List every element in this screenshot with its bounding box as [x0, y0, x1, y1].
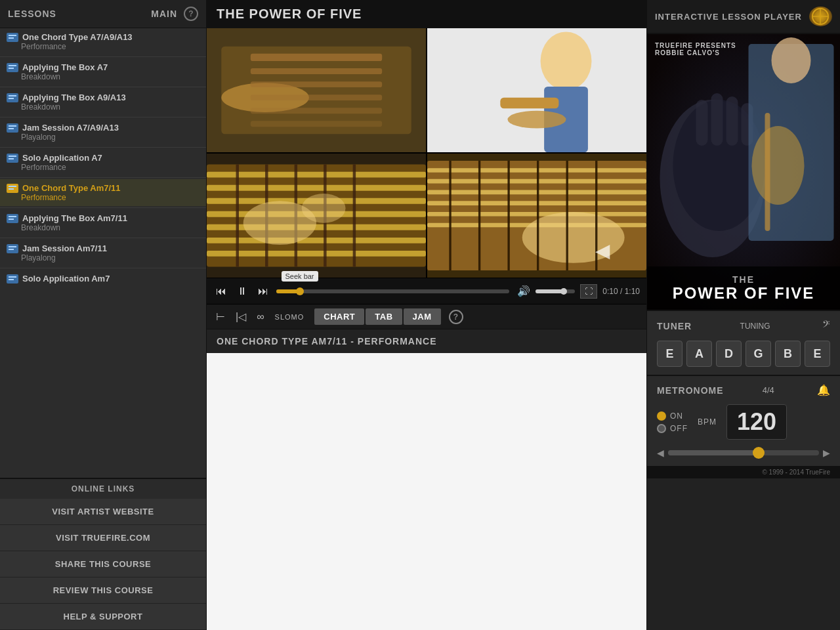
svg-rect-40	[478, 161, 480, 270]
time-signature: 4/4	[763, 385, 774, 395]
list-item[interactable]: Jam Session Am7/11 Playalong	[0, 240, 206, 266]
step-forward-button[interactable]: |◁	[233, 309, 249, 324]
list-item[interactable]: Applying The Box Am7/11 Breakdown	[0, 209, 206, 236]
list-item-active[interactable]: One Chord Type Am7/11 Performance	[0, 179, 206, 206]
visit-artist-button[interactable]: VISIT ARTIST WEBSITE	[0, 499, 206, 525]
lesson-subtitle: Breakdown	[7, 223, 198, 235]
bell-icon: 🔔	[817, 384, 830, 396]
bpm-label: BPM	[698, 417, 717, 427]
center-panel: THE POWER OF FIVE	[207, 0, 646, 630]
rewind-button[interactable]: ⏮	[213, 284, 229, 299]
string-d[interactable]: D	[716, 341, 742, 367]
seek-bar-container[interactable]: Seek bar	[276, 285, 509, 298]
left-sidebar: LESSONS MAIN ? One Chord Type A7/A9/A13 …	[0, 0, 207, 630]
svg-rect-6	[251, 94, 382, 100]
lesson-title[interactable]: Applying The Box A7	[7, 62, 198, 72]
jam-tab[interactable]: JAM	[404, 308, 441, 325]
help-support-button[interactable]: HELP & SUPPORT	[0, 604, 206, 630]
lesson-title[interactable]: One Chord Type A7/A9/A13	[7, 32, 198, 42]
lesson-title[interactable]: Solo Application A7	[7, 153, 198, 163]
share-course-button[interactable]: SHARE THIS COURSE	[0, 551, 206, 578]
svg-rect-3	[251, 54, 382, 61]
off-radio-item[interactable]: OFF	[657, 424, 688, 433]
step-back-button[interactable]: ⊢	[213, 309, 228, 324]
bpm-slider-container[interactable]: ◀ ▶	[657, 448, 830, 458]
volume-thumb[interactable]	[560, 288, 567, 295]
metronome-controls: ON OFF BPM 120	[657, 404, 830, 440]
svg-point-57	[772, 37, 811, 83]
lesson-icon	[7, 244, 18, 253]
lesson-title-active[interactable]: One Chord Type Am7/11	[7, 183, 198, 193]
lesson-icon	[7, 93, 18, 102]
svg-rect-42	[537, 161, 539, 270]
tab-tab[interactable]: TAB	[366, 308, 402, 325]
slider-left-arrow[interactable]: ◀	[657, 448, 664, 458]
video-container[interactable]	[207, 28, 646, 278]
cover-text: TRUEFIRE PRESENTS ROBBIE CALVO'S	[655, 42, 736, 56]
sidebar-header: LESSONS MAIN ?	[0, 0, 206, 28]
svg-rect-16	[207, 172, 426, 178]
volume-button[interactable]: 🔊	[514, 284, 533, 299]
list-item[interactable]: Applying The Box A7 Breakdown	[0, 58, 206, 85]
tuner-strings: E A D G B E	[657, 341, 830, 367]
visit-truefire-button[interactable]: VISIT TRUEFIRE.COM	[0, 525, 206, 551]
svg-rect-9	[427, 28, 646, 152]
bpm-slider-thumb[interactable]	[753, 447, 765, 459]
video-cell-bottomright	[427, 154, 646, 278]
on-radio-item[interactable]: ON	[657, 411, 688, 421]
off-radio-label: OFF	[670, 424, 688, 433]
loop-button[interactable]: ∞	[254, 310, 266, 324]
video-cell-topright	[427, 28, 646, 152]
string-g[interactable]: G	[746, 341, 771, 367]
forward-button[interactable]: ⏭	[255, 284, 271, 299]
on-radio-dot[interactable]	[657, 411, 666, 421]
volume-track[interactable]	[536, 289, 575, 293]
off-radio-dot[interactable]	[657, 424, 666, 433]
cover-title-the: THE	[654, 274, 833, 285]
review-course-button[interactable]: REVIEW THIS COURSE	[0, 578, 206, 604]
svg-rect-12	[500, 98, 558, 109]
help-button[interactable]: ?	[184, 7, 198, 21]
seek-bar-track[interactable]: Seek bar	[276, 289, 509, 293]
footer-bar: © 1999 - 2014 TrueFire	[647, 466, 840, 478]
fullscreen-button[interactable]: ⛶	[580, 284, 597, 299]
list-item[interactable]: Jam Session A7/A9/A13 Playalong	[0, 119, 206, 146]
lesson-icon	[7, 184, 18, 193]
lesson-title[interactable]: Solo Application Am7	[7, 274, 198, 284]
main-label: MAIN	[151, 9, 177, 19]
video-help-button[interactable]: ?	[449, 310, 463, 324]
lesson-title[interactable]: Applying The Box A9/A13	[7, 93, 198, 102]
svg-rect-20	[207, 224, 426, 230]
online-links-header: ONLINE LINKS	[0, 479, 206, 499]
slider-right-arrow[interactable]: ▶	[823, 448, 830, 458]
tab-group: CHART TAB JAM	[314, 308, 440, 325]
svg-rect-5	[251, 81, 382, 87]
svg-rect-23	[236, 165, 239, 267]
lesson-subtitle: Playalong	[7, 133, 198, 144]
string-a[interactable]: A	[686, 341, 712, 367]
pause-button[interactable]: ⏸	[234, 284, 250, 299]
seek-bar-thumb[interactable]: Seek bar	[296, 287, 304, 295]
video-controls-2: ⊢ |◁ ∞ SLOMO CHART TAB JAM ?	[207, 304, 646, 329]
svg-rect-54	[726, 96, 738, 146]
bpm-slider-track[interactable]	[668, 450, 819, 455]
svg-rect-8	[251, 121, 382, 127]
list-item[interactable]: One Chord Type A7/A9/A13 Performance	[0, 28, 206, 55]
string-e-high[interactable]: E	[805, 341, 830, 367]
svg-rect-41	[507, 161, 509, 270]
chart-tab[interactable]: CHART	[314, 308, 364, 325]
on-radio-label: ON	[670, 411, 683, 421]
tuner-title: TUNER	[657, 321, 692, 331]
string-b[interactable]: B	[775, 341, 801, 367]
lesson-title[interactable]: Jam Session A7/A9/A13	[7, 123, 198, 133]
tuning-icon: 𝄢	[822, 319, 830, 333]
list-item[interactable]: Solo Application A7 Performance	[0, 149, 206, 176]
list-item[interactable]: Solo Application Am7	[0, 270, 206, 285]
list-item[interactable]: Applying The Box A9/A13 Breakdown	[0, 89, 206, 116]
lesson-title[interactable]: Applying The Box Am7/11	[7, 213, 198, 223]
metronome-header: METRONOME 4/4 🔔	[657, 384, 830, 396]
string-e-low[interactable]: E	[657, 341, 682, 367]
lesson-title[interactable]: Jam Session Am7/11	[7, 243, 198, 253]
radio-group: ON OFF	[657, 411, 688, 433]
lessons-list[interactable]: One Chord Type A7/A9/A13 Performance App…	[0, 28, 206, 478]
